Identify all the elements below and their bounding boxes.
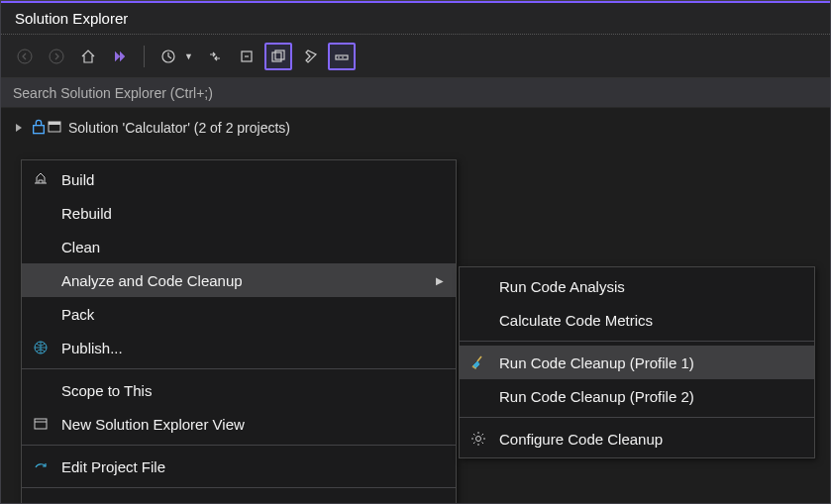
properties-button[interactable] [296,43,324,70]
svg-rect-5 [275,50,284,59]
submenu-configure[interactable]: Configure Code Cleanup [460,422,814,455]
forward-button[interactable] [43,43,70,70]
svg-point-0 [18,50,32,63]
menu-label: Clean [61,239,444,255]
preview-selected-button[interactable] [328,43,356,70]
window-icon [30,413,52,435]
sync-button[interactable] [201,43,229,70]
solution-icon [47,119,62,138]
submenu-run-analysis[interactable]: Run Code Analysis [460,269,814,303]
toolbar-separator [144,46,145,67]
collapse-all-button[interactable] [233,43,260,70]
lock-icon [31,119,41,138]
menu-label: Build [61,171,444,188]
panel-title-bar: Solution Explorer [1,1,830,35]
submenu-arrow-icon: ▶ [436,275,444,286]
menu-label: New Solution Explorer View [61,416,444,433]
solution-node[interactable]: Solution 'Calculator' (2 of 2 projects) [1,116,830,140]
svg-rect-11 [35,419,47,429]
svg-point-1 [50,50,63,63]
menu-separator [22,368,456,369]
menu-build[interactable]: Build [22,162,456,196]
menu-separator [22,487,456,488]
menu-publish[interactable]: Publish... [22,331,456,364]
menu-scope[interactable]: Scope to This [22,373,456,407]
dropdown-chevron-icon[interactable]: ▼ [184,51,193,61]
menu-label: Configure Code Cleanup [499,431,802,448]
menu-label: Rebuild [61,205,444,222]
back-button[interactable] [11,43,39,70]
menu-clean[interactable]: Clean [22,230,456,263]
solution-tree: Solution 'Calculator' (2 of 2 projects) [1,108,830,148]
submenu-cleanup-profile2[interactable]: Run Code Cleanup (Profile 2) [460,379,814,413]
menu-label: Analyze and Code Cleanup [61,272,426,289]
expand-icon[interactable] [13,122,25,134]
toolbar: ▼ [1,35,830,78]
menu-separator [460,417,814,418]
switch-views-button[interactable] [106,43,134,70]
project-context-menu: Build Rebuild Clean Analyze and Code Cle… [21,159,457,504]
solution-label: Solution 'Calculator' (2 of 2 projects) [68,120,290,136]
show-all-files-button[interactable] [264,43,292,70]
menu-build-deps[interactable]: Build Dependencies ▶ [22,492,456,504]
menu-label: Edit Project File [61,458,444,475]
build-icon [30,168,52,190]
search-input[interactable]: Search Solution Explorer (Ctrl+;) [1,78,830,108]
menu-label: Publish... [61,340,444,356]
analyze-submenu: Run Code Analysis Calculate Code Metrics… [459,266,815,458]
globe-icon [30,337,52,358]
menu-label: Run Code Cleanup (Profile 1) [499,354,802,371]
broom-icon [467,352,489,373]
menu-pack[interactable]: Pack [22,297,456,331]
menu-label: Pack [61,306,444,323]
home-button[interactable] [74,43,102,70]
panel-title: Solution Explorer [15,10,128,27]
svg-point-12 [476,437,481,442]
menu-label: Scope to This [61,382,444,399]
menu-label: Calculate Code Metrics [499,312,802,329]
menu-separator [460,341,814,342]
menu-label: Run Code Cleanup (Profile 2) [499,388,802,405]
menu-rebuild[interactable]: Rebuild [22,196,456,230]
menu-separator [22,445,456,446]
pending-changes-filter-button[interactable] [155,43,182,70]
svg-rect-9 [49,122,60,125]
menu-new-view[interactable]: New Solution Explorer View [22,407,456,441]
submenu-cleanup-profile1[interactable]: Run Code Cleanup (Profile 1) [460,346,814,379]
menu-label: Build Dependencies [61,501,426,505]
gear-icon [467,428,489,450]
svg-rect-4 [272,52,281,61]
svg-rect-7 [34,125,45,133]
search-placeholder: Search Solution Explorer (Ctrl+;) [13,85,213,101]
edit-icon [30,455,52,477]
menu-edit-project[interactable]: Edit Project File [22,450,456,483]
menu-label: Run Code Analysis [499,278,802,295]
submenu-calc-metrics[interactable]: Calculate Code Metrics [460,303,814,337]
menu-analyze[interactable]: Analyze and Code Cleanup ▶ [22,263,456,297]
